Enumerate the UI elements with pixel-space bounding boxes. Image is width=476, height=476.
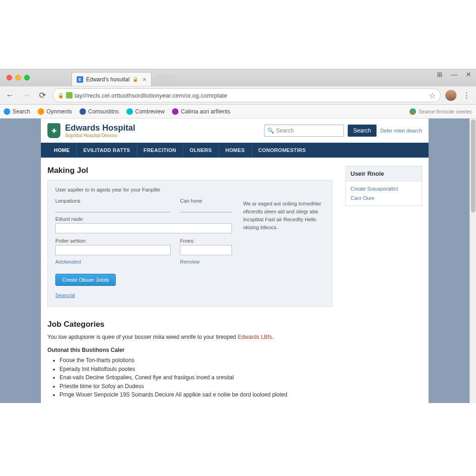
url-input[interactable]: 🔒 tay///recls.cel.orttuothsordliotionyea…	[53, 88, 441, 102]
categories-intro: You low apdupiorer is quee of your bosse…	[47, 334, 332, 340]
bookmark-star-icon[interactable]: ☆	[429, 91, 436, 100]
list-item: Prnge Wouer Senpoicle 19S Soinards Deciu…	[60, 390, 332, 399]
content-wrap: Making Jol User aspilier to In ageds yea…	[41, 158, 429, 403]
viewport-left-gutter	[0, 119, 41, 403]
sidebar-body: Create Suiusporaltict Canr Oure	[345, 181, 422, 206]
nav-item[interactable]: FREACITION	[137, 143, 183, 158]
main-nav: HOME EVILITADD RATTS FREACITION OLNERS H…	[41, 143, 429, 158]
traffic-lights	[7, 75, 30, 80]
window-close-icon[interactable]: ✕	[466, 71, 471, 78]
bookmark-icon	[79, 108, 86, 115]
list-item: Priestte tiime tor Sofoy an Dudess	[60, 382, 332, 391]
site-header: ✚ Edwards Hospital Soprittal Hosuital Di…	[41, 119, 429, 143]
bookmark-icon	[126, 108, 133, 115]
page-content: ✚ Edwards Hospital Soprittal Hosuital Di…	[41, 119, 429, 403]
tab-audio-icon: 🔒	[132, 77, 138, 82]
browser-chrome: E Edward's hosuital 🔒 × ← → ⟳ 🔒 tay///re…	[0, 69, 476, 119]
bookmark-bar: Search Oynments Comsustitns Comtreview C…	[0, 105, 476, 119]
scrollbar[interactable]	[469, 119, 476, 403]
form-label: Lenpations	[55, 198, 171, 204]
profile-avatar[interactable]	[445, 90, 456, 101]
bookmark-item[interactable]: Comsustitns	[79, 108, 119, 115]
bookmark-item[interactable]: Search	[4, 108, 30, 115]
form-side-text: We ar eaged aot onliing tomedhler oftcer…	[243, 200, 324, 299]
page-title: Making Jol	[47, 166, 332, 175]
site-identity-icon	[66, 92, 73, 99]
traffic-zoom-icon[interactable]	[24, 75, 30, 80]
form-label: Can hone	[180, 198, 232, 204]
search-placeholder: Search	[276, 127, 294, 134]
keyword-input[interactable]	[55, 223, 232, 233]
window-controls: ⊞ — ✕	[437, 71, 471, 78]
advanced-search-link[interactable]: Deler mlen dearch	[380, 128, 422, 133]
bookmark-item[interactable]: Comtreview	[126, 108, 165, 115]
header-search: 🔍 Search Search Deler mlen dearch	[264, 125, 422, 137]
window-snap-icon[interactable]: ⊞	[437, 71, 443, 78]
tab-close-icon[interactable]: ×	[143, 76, 146, 83]
categories-subheading: Outonat this Bustihons Caler	[47, 347, 332, 353]
nav-item[interactable]: HOMES	[219, 143, 252, 158]
sidebar: Useir Rnole Create Suiusporaltict Canr O…	[345, 166, 422, 399]
form-label: Froes:	[180, 238, 232, 244]
nav-item[interactable]: EVILITADD RATTS	[77, 143, 137, 158]
form-underline	[180, 205, 232, 212]
list-item: Eperady Init Hatlolfouls pootes	[60, 365, 332, 374]
nav-item[interactable]: CONOROMESTIRS	[252, 143, 312, 158]
logo-title: Edwards Hospital	[65, 123, 135, 133]
tab-favicon-icon: E	[77, 76, 83, 83]
back-button[interactable]: ←	[4, 90, 16, 101]
form-underline	[55, 205, 171, 212]
special-link[interactable]: Seancial	[55, 292, 75, 298]
window-minimize-icon[interactable]: —	[451, 71, 457, 78]
search-input[interactable]: 🔍 Search	[264, 125, 344, 137]
tab-bar: E Edward's hosuital 🔒 ×	[0, 69, 476, 86]
url-text: tay///recls.cel.orttuothsordliotionyear.…	[74, 92, 227, 99]
list-item: Enat-vails Deciine Sntopalies, Coned fiy…	[60, 373, 332, 382]
logo-subtitle: Soprittal Hosuital Disvors	[65, 133, 135, 138]
location-input[interactable]	[55, 245, 171, 255]
bookmark-overflow[interactable]: Searce firnncde ceerlec	[410, 108, 472, 115]
form-intro: User aspilier to In ageds year for your …	[55, 187, 324, 192]
bullet-list: Foose the Ton-tharts polotions Eperady I…	[47, 356, 332, 399]
advanced-link[interactable]: Adolwrated	[55, 259, 81, 264]
sidebar-link[interactable]: Create Suiusporaltict	[350, 186, 417, 192]
sidebar-heading: Useir Rnole	[345, 166, 422, 181]
bookmark-icon	[172, 108, 178, 115]
review-link[interactable]: Renview	[180, 259, 199, 264]
list-item: Foose the Ton-tharts polotions	[60, 356, 332, 365]
logo-icon: ✚	[47, 123, 60, 138]
bookmark-item[interactable]: Oynments	[38, 108, 72, 115]
sidebar-link[interactable]: Canr Oure	[350, 195, 417, 201]
create-jobs-button[interactable]: Creste Obiuer Jolots	[55, 274, 116, 286]
bookmark-icon	[4, 108, 10, 115]
content-main: Making Jol User aspilier to In ageds yea…	[47, 166, 332, 399]
new-tab-button[interactable]	[156, 74, 175, 85]
scrollbar-thumb[interactable]	[471, 119, 476, 212]
search-button[interactable]: Search	[348, 125, 377, 137]
traffic-close-icon[interactable]	[7, 75, 12, 80]
categories-title: Job Categories	[47, 320, 332, 329]
lock-icon: 🔒	[58, 93, 64, 99]
nav-item[interactable]: OLNERS	[183, 143, 219, 158]
browser-menu-icon[interactable]: ⋮	[461, 91, 472, 100]
bookmark-item[interactable]: Calima aon arflients	[172, 108, 230, 115]
bookmark-icon	[38, 108, 44, 115]
edwards-link[interactable]: Edwards LBfs	[238, 334, 272, 340]
forward-button[interactable]: →	[20, 90, 33, 101]
bookmark-icon	[410, 108, 416, 115]
traffic-minimize-icon[interactable]	[15, 75, 21, 80]
viewport-right-gutter	[429, 119, 469, 403]
extra-input[interactable]	[180, 245, 232, 255]
tab-title: Edward's hosuital	[86, 76, 130, 83]
form-label: Eitiurd nade:	[55, 216, 232, 222]
form-label: Potler sehlon:	[55, 238, 171, 244]
browser-tab[interactable]: E Edward's hosuital 🔒 ×	[72, 72, 152, 86]
address-bar: ← → ⟳ 🔒 tay///recls.cel.orttuothsordliot…	[0, 86, 476, 105]
reload-button[interactable]: ⟳	[37, 89, 48, 101]
page-viewport: ✚ Edwards Hospital Soprittal Hosuital Di…	[0, 119, 476, 403]
nav-home[interactable]: HOME	[47, 143, 77, 158]
logo-text[interactable]: Edwards Hospital Soprittal Hosuital Disv…	[65, 123, 135, 138]
search-icon: 🔍	[267, 127, 274, 134]
search-form-card: User aspilier to In ageds year for your …	[47, 180, 332, 307]
